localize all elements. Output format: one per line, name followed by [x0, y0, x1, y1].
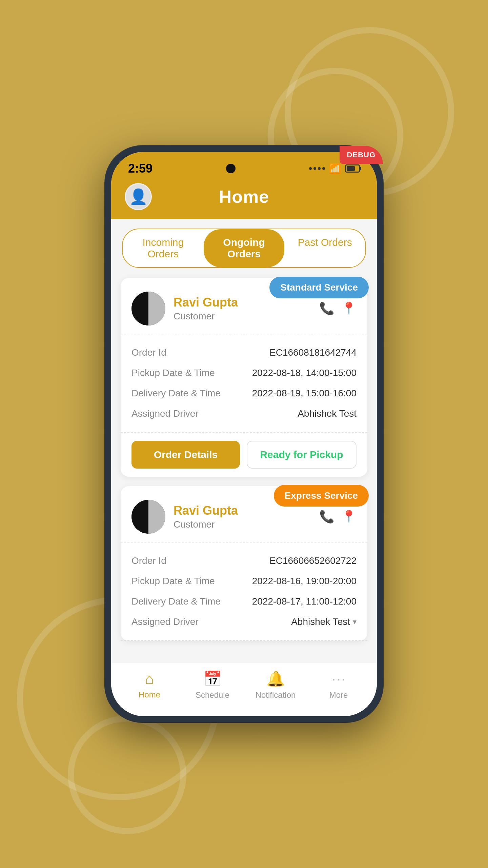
- order-card-2: Express Service Ravi Gupta Customer 📞: [121, 486, 367, 641]
- pickup-value-2: 2022-08-16, 19:00-20:00: [252, 576, 357, 587]
- card-details-1: Order Id EC16608181642744 Pickup Date & …: [121, 334, 367, 433]
- order-tabs: Incoming Orders Ongoing Orders Past Orde…: [122, 229, 366, 268]
- location-icon-2[interactable]: 📍: [341, 510, 357, 524]
- orders-list: Standard Service Ravi Gupta Customer 📞: [111, 275, 377, 648]
- nav-schedule[interactable]: 📅 Schedule: [192, 670, 233, 700]
- wifi-icon: 📶: [329, 163, 341, 174]
- ready-pickup-button-1[interactable]: Ready for Pickup: [247, 441, 357, 469]
- service-badge-2: Express Service: [274, 485, 369, 507]
- bell-icon: 🔔: [266, 670, 285, 688]
- driver-label-1: Assigned Driver: [131, 408, 199, 419]
- customer-avatar-1: [131, 292, 165, 326]
- phone-icon-2[interactable]: 📞: [319, 510, 334, 524]
- delivery-value-2: 2022-08-17, 11:00-12:00: [252, 596, 357, 607]
- page-title: Home: [219, 186, 269, 207]
- delivery-row-1: Delivery Date & Time 2022-08-19, 15:00-1…: [131, 383, 357, 403]
- nav-notification[interactable]: 🔔 Notification: [255, 670, 296, 700]
- order-id-value-2: EC16606652602722: [269, 555, 357, 566]
- pickup-label-2: Pickup Date & Time: [131, 576, 215, 587]
- tab-past[interactable]: Past Orders: [284, 229, 365, 267]
- customer-role-2: Customer: [174, 519, 311, 530]
- service-badge-1: Standard Service: [269, 277, 369, 298]
- tab-incoming[interactable]: Incoming Orders: [123, 229, 204, 267]
- location-icon-1[interactable]: 📍: [341, 301, 357, 316]
- order-id-row-1: Order Id EC16608181642744: [131, 342, 357, 363]
- pickup-label-1: Pickup Date & Time: [131, 368, 215, 378]
- driver-row-1: Assigned Driver Abhishek Test: [131, 403, 357, 424]
- contact-icons-1: 📞 📍: [319, 301, 357, 316]
- nav-more[interactable]: ⋯ More: [318, 670, 359, 700]
- delivery-row-2: Delivery Date & Time 2022-08-17, 11:00-1…: [131, 591, 357, 612]
- status-time: 2:59: [128, 161, 152, 176]
- customer-avatar-2: [131, 500, 165, 534]
- more-icon: ⋯: [331, 670, 346, 688]
- battery-icon: [345, 164, 360, 173]
- order-id-row-2: Order Id EC16606652602722: [131, 551, 357, 571]
- debug-badge: DEBUG: [340, 146, 383, 164]
- driver-value-2: Abhishek Test: [291, 616, 350, 627]
- phone-icon-1[interactable]: 📞: [319, 301, 334, 316]
- chevron-down-icon: ▾: [353, 617, 357, 626]
- schedule-icon: 📅: [203, 670, 222, 688]
- driver-value-1: Abhishek Test: [298, 408, 357, 419]
- tab-ongoing[interactable]: Ongoing Orders: [204, 229, 285, 267]
- card-details-2: Order Id EC16606652602722 Pickup Date & …: [121, 542, 367, 641]
- driver-dropdown-2[interactable]: Abhishek Test ▾: [291, 616, 357, 627]
- customer-info-1: Ravi Gupta Customer: [174, 295, 311, 322]
- pickup-value-1: 2022-08-18, 14:00-15:00: [252, 368, 357, 378]
- signal-dots: [309, 167, 325, 170]
- delivery-label-2: Delivery Date & Time: [131, 596, 221, 607]
- status-bar: 2:59 📶: [111, 152, 377, 180]
- nav-notification-label: Notification: [256, 690, 296, 700]
- camera-cutout: [226, 164, 236, 173]
- nav-home[interactable]: ⌂ Home: [129, 670, 170, 699]
- customer-info-2: Ravi Gupta Customer: [174, 504, 311, 530]
- order-id-label-2: Order Id: [131, 555, 166, 566]
- user-avatar[interactable]: 👤: [125, 183, 152, 210]
- order-id-value-1: EC16608181642744: [269, 347, 357, 358]
- driver-row-2: Assigned Driver Abhishek Test ▾: [131, 612, 357, 632]
- phone-frame: DEBUG 2:59 📶: [105, 146, 383, 722]
- app-header: 👤 Home: [111, 180, 377, 219]
- status-icons: 📶: [309, 163, 360, 174]
- pickup-row-2: Pickup Date & Time 2022-08-16, 19:00-20:…: [131, 571, 357, 591]
- order-id-label-1: Order Id: [131, 347, 166, 358]
- pickup-row-1: Pickup Date & Time 2022-08-18, 14:00-15:…: [131, 363, 357, 383]
- order-details-button-1[interactable]: Order Details: [131, 441, 240, 469]
- nav-schedule-label: Schedule: [196, 690, 229, 700]
- customer-role-1: Customer: [174, 311, 311, 322]
- tabs-container: Incoming Orders Ongoing Orders Past Orde…: [111, 219, 377, 275]
- card-actions-1: Order Details Ready for Pickup: [121, 433, 367, 477]
- delivery-label-1: Delivery Date & Time: [131, 388, 221, 399]
- nav-more-label: More: [329, 690, 348, 700]
- driver-label-2: Assigned Driver: [131, 616, 199, 627]
- bottom-navigation: ⌂ Home 📅 Schedule 🔔 Notification ⋯ More: [111, 663, 377, 716]
- delivery-value-1: 2022-08-19, 15:00-16:00: [252, 388, 357, 399]
- home-icon: ⌂: [145, 670, 154, 687]
- contact-icons-2: 📞 📍: [319, 510, 357, 524]
- nav-home-label: Home: [139, 690, 160, 699]
- main-content: Incoming Orders Ongoing Orders Past Orde…: [111, 219, 377, 663]
- avatar-person-icon: 👤: [129, 188, 148, 205]
- order-card-1: Standard Service Ravi Gupta Customer 📞: [121, 278, 367, 477]
